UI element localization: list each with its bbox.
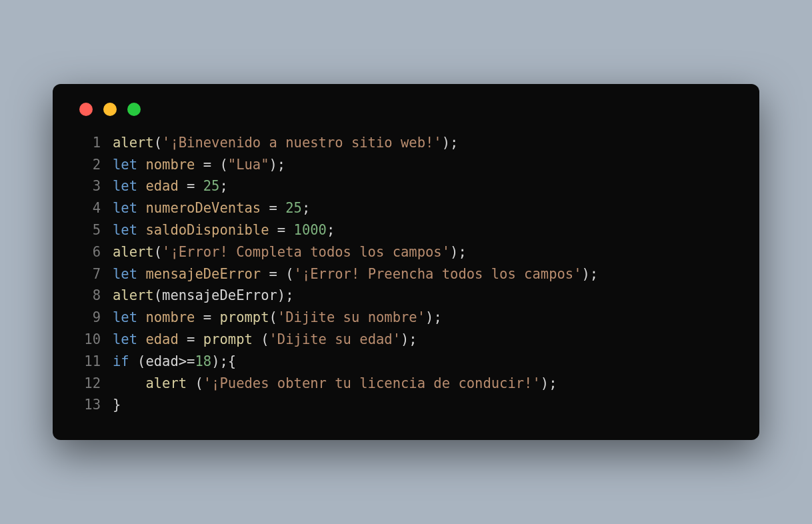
code-token [137,222,145,238]
code-token: 18 [195,353,211,369]
line-number: 5 [77,219,101,241]
code-token: 1000 [294,222,327,238]
code-token [113,375,145,391]
line-number: 3 [77,175,101,197]
code-token: ; [327,222,335,238]
code-token: = [203,157,211,173]
code-token: '¡Binevenido a nuestro sitio web!' [162,135,442,151]
line-content[interactable]: let edad = prompt ('Dijite su edad'); [113,329,417,351]
code-token [211,309,219,325]
close-icon[interactable] [79,103,93,116]
line-number: 4 [77,197,101,219]
code-line[interactable]: 9let nombre = prompt('Dijite su nombre')… [77,307,735,329]
code-token [261,266,269,282]
code-editor[interactable]: 1alert('¡Binevenido a nuestro sitio web!… [77,132,735,416]
code-token: numeroDeVentas [145,200,261,216]
code-token: = [269,200,277,216]
line-number: 6 [77,241,101,263]
code-token: = [187,331,195,347]
code-token: let [113,157,137,173]
code-token: ( [154,135,162,151]
code-token: prompt [219,309,269,325]
line-content[interactable]: let edad = 25; [113,175,228,197]
code-token [137,331,145,347]
code-token: ( [154,244,162,260]
code-token [137,157,145,173]
code-token: ); [425,309,442,325]
code-window: 1alert('¡Binevenido a nuestro sitio web!… [53,84,759,440]
line-number: 2 [77,154,101,176]
code-token [195,309,203,325]
code-token [269,222,277,238]
code-token: '¡Error! Completa todos los campos' [162,244,450,260]
code-token: ); [277,287,294,303]
code-token: "Lua" [228,157,269,173]
line-content[interactable]: if (edad>=18);{ [113,351,236,373]
code-token: ); [269,157,286,173]
code-token: let [113,200,137,216]
code-line[interactable]: 5let saldoDisponible = 1000; [77,219,735,241]
line-content[interactable]: let numeroDeVentas = 25; [113,197,310,219]
code-token: nombre [145,157,195,173]
code-token: mensajeDeError [145,266,261,282]
code-token: ( [277,266,294,282]
code-token [137,200,145,216]
line-number: 11 [77,351,101,373]
line-number: 10 [77,329,101,351]
code-token: let [113,331,137,347]
code-token: ( [154,287,162,303]
line-content[interactable]: alert(mensajeDeError); [113,285,294,307]
code-line[interactable]: 8alert(mensajeDeError); [77,285,735,307]
code-token: edad [145,353,178,369]
line-number: 13 [77,394,101,416]
code-token [137,178,145,194]
code-line[interactable]: 13} [77,394,735,416]
code-token: ); [450,244,467,260]
line-content[interactable]: let mensajeDeError = ('¡Error! Preencha … [113,263,598,285]
code-token [179,178,187,194]
code-line[interactable]: 12 alert ('¡Puedes obtenr tu licencia de… [77,373,735,395]
code-token: mensajeDeError [162,287,277,303]
code-token: ); [442,135,459,151]
code-line[interactable]: 7let mensajeDeError = ('¡Error! Preencha… [77,263,735,285]
code-token: = [187,178,195,194]
code-token: let [113,178,137,194]
line-content[interactable]: alert ('¡Puedes obtenr tu licencia de co… [113,373,557,395]
code-token: saldoDisponible [145,222,269,238]
code-token: ( [253,331,269,347]
line-number: 1 [77,132,101,154]
code-token: let [113,266,137,282]
line-content[interactable]: alert('¡Binevenido a nuestro sitio web!'… [113,132,458,154]
code-token: ); [541,375,557,391]
window-titlebar [77,103,735,116]
line-content[interactable]: let saldoDisponible = 1000; [113,219,335,241]
line-content[interactable]: let nombre = ("Lua"); [113,154,285,176]
code-token [137,266,145,282]
code-token [285,222,293,238]
line-number: 9 [77,307,101,329]
code-line[interactable]: 1alert('¡Binevenido a nuestro sitio web!… [77,132,735,154]
code-token: 25 [203,178,220,194]
code-token [195,331,203,347]
code-token: let [113,222,137,238]
code-line[interactable]: 11if (edad>=18);{ [77,351,735,373]
code-line[interactable]: 6alert('¡Error! Completa todos los campo… [77,241,735,263]
zoom-icon[interactable] [127,103,141,116]
code-token [261,200,269,216]
line-content[interactable]: let nombre = prompt('Dijite su nombre'); [113,307,442,329]
minimize-icon[interactable] [103,103,117,116]
code-token: = [277,222,285,238]
code-line[interactable]: 2let nombre = ("Lua"); [77,154,735,176]
code-line[interactable]: 4let numeroDeVentas = 25; [77,197,735,219]
line-content[interactable]: alert('¡Error! Completa todos los campos… [113,241,467,263]
code-token: ( [269,309,277,325]
code-token [195,178,203,194]
code-line[interactable]: 10let edad = prompt ('Dijite su edad'); [77,329,735,351]
code-token: } [113,397,121,413]
code-token: ; [219,178,227,194]
code-token: ( [187,375,203,391]
code-token: alert [113,287,154,303]
code-token: '¡Puedes obtenr tu licencia de conducir!… [203,375,541,391]
line-content[interactable]: } [113,394,121,416]
code-line[interactable]: 3let edad = 25; [77,175,735,197]
